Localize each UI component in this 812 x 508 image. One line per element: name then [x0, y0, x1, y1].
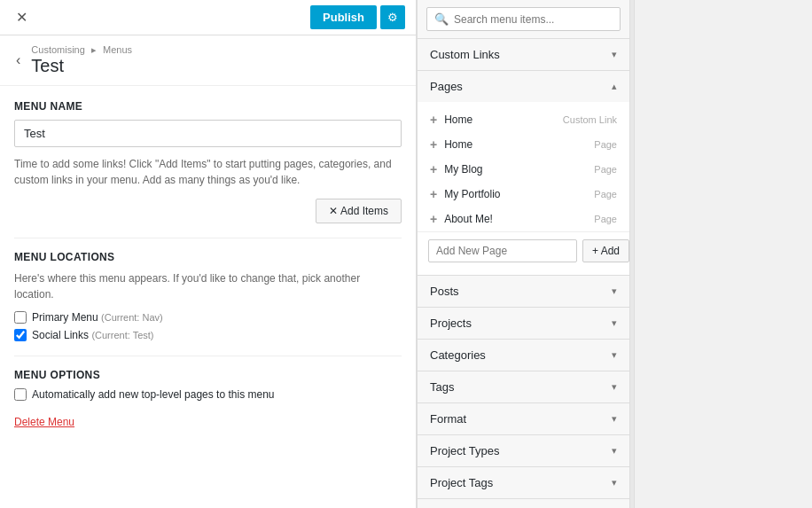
add-items-button[interactable]: ✕ Add Items [316, 199, 402, 223]
accordion-project-types: Project Types ▾ [418, 435, 629, 467]
list-item[interactable]: + My Blog Page [418, 157, 629, 182]
accordion-project-tags: Project Tags ▾ [418, 467, 629, 499]
pages-scroll-area: + Home Custom Link + Home Page + My Blog… [418, 107, 629, 231]
list-item[interactable]: + About Me! Page [418, 207, 629, 231]
search-input[interactable] [454, 13, 613, 26]
accordion-custom-links-header[interactable]: Custom Links ▾ [418, 39, 629, 70]
menu-name-label: Menu Name [14, 100, 402, 113]
auto-add-label: Automatically add new top-level pages to… [32, 388, 275, 401]
accordion-tags-header[interactable]: Tags ▾ [418, 371, 629, 402]
menu-locations-section: Menu Locations Here's where this menu ap… [14, 251, 402, 341]
add-items-row: ✕ Add Items [14, 199, 402, 223]
social-links-label: Social Links (Current: Test) [32, 329, 153, 341]
accordion-projects: Projects ▾ [418, 308, 629, 340]
accordion-format-header[interactable]: Format ▾ [418, 403, 629, 434]
social-links-checkbox[interactable] [14, 329, 27, 341]
page-type-label: Page [594, 214, 617, 224]
accordion-pages: Pages ▴ + Home Custom Link + Home Page [418, 71, 629, 276]
content-area: Menu Name Time to add some links! Click … [0, 86, 416, 508]
primary-menu-label: Primary Menu (Current: Nav) [32, 311, 163, 324]
breadcrumb-menus: Menus [103, 44, 132, 55]
menu-options-section: Menu Options Automatically add new top-l… [14, 369, 402, 401]
accordion-categories-header[interactable]: Categories ▾ [418, 340, 629, 371]
format-label: Format [430, 412, 466, 426]
breadcrumb-separator: ▸ [91, 44, 99, 55]
divider-2 [14, 356, 402, 356]
categories-label: Categories [430, 348, 486, 362]
primary-current-label: (Current: Nav) [101, 312, 163, 323]
publish-button[interactable]: Publish [310, 5, 377, 29]
pages-label: Pages [430, 80, 463, 93]
search-icon: 🔍 [434, 12, 449, 26]
breadcrumb-customising: Customising [31, 44, 85, 55]
page-type-label: Page [594, 164, 617, 175]
accordion-pages-header[interactable]: Pages ▴ [418, 71, 629, 102]
plus-icon: + [430, 137, 437, 152]
primary-menu-row: Primary Menu (Current: Nav) [14, 311, 402, 324]
projects-label: Projects [430, 317, 472, 330]
breadcrumb: Customising ▸ Menus [31, 44, 132, 56]
page-name: About Me! [444, 213, 493, 225]
breadcrumb-area: Customising ▸ Menus Test [31, 44, 132, 76]
tags-label: Tags [430, 380, 454, 394]
page-title: Test [31, 56, 132, 76]
chevron-down-icon: ▾ [612, 49, 617, 60]
accordion-categories: Categories ▾ [418, 340, 629, 371]
accordion-list: Custom Links ▾ Pages ▴ + Home Custom Lin… [418, 39, 629, 508]
chevron-down-icon: ▾ [612, 477, 617, 488]
pages-content: + Home Custom Link + Home Page + My Blog… [418, 102, 629, 275]
posts-label: Posts [430, 285, 459, 298]
search-area: 🔍 [418, 0, 629, 39]
menu-locations-label: Menu Locations [14, 251, 402, 263]
chevron-up-icon: ▴ [612, 81, 617, 92]
plus-icon: + [430, 162, 437, 176]
accordion-posts: Posts ▾ [418, 276, 629, 308]
page-name: My Blog [444, 163, 482, 176]
social-links-row: Social Links (Current: Test) [14, 329, 402, 341]
project-types-label: Project Types [430, 444, 500, 457]
accordion-tags: Tags ▾ [418, 371, 629, 403]
publish-area: Publish ⚙ [310, 5, 405, 29]
social-current-label: (Current: Test) [91, 330, 153, 340]
accordion-posts-header[interactable]: Posts ▾ [418, 276, 629, 307]
search-wrap: 🔍 [426, 7, 621, 31]
chevron-down-icon: ▾ [612, 317, 617, 329]
add-new-page-row: + Add [418, 231, 629, 270]
auto-add-row: Automatically add new top-level pages to… [14, 388, 402, 401]
plus-icon: + [430, 187, 437, 201]
top-bar: ✕ Publish ⚙ [0, 0, 416, 35]
chevron-down-icon: ▾ [612, 445, 617, 457]
primary-menu-checkbox[interactable] [14, 311, 27, 324]
chevron-down-icon: ▾ [612, 413, 617, 425]
close-button[interactable]: ✕ [11, 7, 33, 27]
accordion-project-types-header[interactable]: Project Types ▾ [418, 435, 629, 466]
menu-options-label: Menu Options [14, 369, 402, 381]
accordion-projects-header[interactable]: Projects ▾ [418, 308, 629, 339]
menu-name-input[interactable] [14, 120, 402, 147]
gear-button[interactable]: ⚙ [380, 5, 405, 29]
accordion-custom-links: Custom Links ▾ [418, 39, 629, 71]
list-item[interactable]: + Home Page [418, 132, 629, 157]
back-button[interactable]: ‹ [12, 52, 24, 68]
accordion-format: Format ▾ [418, 403, 629, 435]
auto-add-checkbox[interactable] [14, 388, 27, 401]
project-tags-label: Project Tags [430, 476, 493, 489]
chevron-down-icon: ▾ [612, 381, 617, 393]
plus-icon: + [430, 113, 437, 127]
delete-menu-button[interactable]: Delete Menu [14, 416, 74, 428]
page-name: Home [444, 138, 472, 151]
list-item[interactable]: + Home Custom Link [418, 107, 629, 132]
list-item[interactable]: + My Portfolio Page [418, 182, 629, 207]
add-new-page-input[interactable] [428, 239, 577, 262]
add-page-button[interactable]: + Add [582, 239, 629, 262]
accordion-project-tags-header[interactable]: Project Tags ▾ [418, 467, 629, 498]
right-panel: 🔍 Custom Links ▾ Pages ▴ + Home [417, 0, 629, 508]
left-panel: ✕ Publish ⚙ ‹ Customising ▸ Menus Test M… [0, 0, 417, 508]
page-name: Home [444, 113, 472, 126]
help-text: Time to add some links! Click "Add Items… [14, 156, 402, 188]
page-type-label: Page [594, 139, 617, 150]
chevron-down-icon: ▾ [612, 349, 617, 361]
page-type-label: Custom Link [563, 114, 617, 125]
custom-links-label: Custom Links [430, 48, 500, 61]
nav-area: ‹ Customising ▸ Menus Test [0, 35, 416, 86]
